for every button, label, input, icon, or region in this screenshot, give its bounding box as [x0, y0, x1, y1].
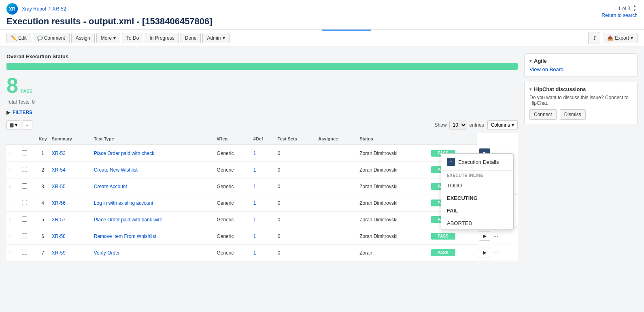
row-req[interactable]: 1 [253, 250, 256, 256]
admin-button[interactable]: Admin ▾ [202, 33, 229, 43]
drag-handle[interactable]: ⠿ [9, 234, 12, 239]
row-key[interactable]: XR-57 [52, 217, 66, 223]
entries-select[interactable]: 10 25 50 [449, 121, 467, 129]
row-summary[interactable]: Place Order paid with check [94, 151, 154, 156]
columns-button[interactable]: Columns ▾ [487, 120, 518, 130]
row-req[interactable]: 1 [253, 167, 256, 173]
row-summary[interactable]: Verify Order [94, 250, 120, 256]
overall-progress-bar [6, 63, 518, 70]
row-checkbox[interactable] [22, 200, 27, 205]
row-checkbox[interactable] [22, 150, 27, 155]
row-checkbox[interactable] [22, 216, 27, 222]
drag-handle[interactable]: ⠿ [9, 168, 12, 172]
col-test-type: Test Type [91, 133, 215, 145]
row-key[interactable]: XR-59 [52, 250, 66, 256]
more-options-button[interactable]: ··· [23, 120, 32, 130]
connect-button[interactable]: Connect [529, 109, 557, 120]
done-button[interactable]: Done [181, 33, 201, 43]
table-row: ⠿ 7 XR-59 Verify Order Generic 1 0 Zoran… [6, 244, 518, 261]
row-req[interactable]: 1 [253, 151, 256, 156]
executing-item[interactable]: EXECUTING [441, 192, 513, 204]
row-assignee: Zoran Dimitrovski [357, 195, 428, 211]
bulk-action-button[interactable]: ▦ ▾ [6, 120, 20, 130]
run-button[interactable]: ▶ [479, 248, 490, 257]
hipchat-section-header[interactable]: ▾ HipChat discussions [529, 86, 632, 92]
breadcrumb-current[interactable]: XR-52 [52, 6, 66, 12]
row-req[interactable]: 1 [253, 233, 256, 239]
drag-handle[interactable]: ⠿ [9, 151, 12, 156]
row-assignee: Zoran Dimitrovski [357, 161, 428, 178]
row-checkbox[interactable] [22, 167, 27, 172]
col-def: #Def [251, 133, 275, 145]
dismiss-button[interactable]: Dismiss [560, 109, 586, 120]
edit-button[interactable]: ✏️ Edit [6, 33, 31, 43]
row-assignee: Zoran [357, 244, 428, 261]
run-button[interactable]: ▶ [479, 231, 490, 241]
assign-button[interactable]: Assign [71, 33, 95, 43]
row-def: 0 [275, 145, 316, 161]
aborted-item[interactable]: ABORTED [441, 217, 513, 229]
drag-handle[interactable]: ⠿ [9, 218, 12, 222]
execution-details-item[interactable]: ≡ Execution Details [441, 154, 513, 170]
row-key[interactable]: XR-53 [52, 151, 66, 156]
drag-handle[interactable]: ⠿ [9, 251, 12, 255]
edit-icon: ✏️ [11, 35, 17, 41]
drag-handle[interactable]: ⠿ [9, 201, 12, 206]
row-checkbox[interactable] [22, 183, 27, 189]
row-summary[interactable]: Log in with existing account [94, 200, 153, 206]
sidebar: ▾ Agile View on Board ▾ HipChat discussi… [524, 53, 638, 304]
row-key[interactable]: XR-55 [52, 184, 66, 189]
more-button[interactable]: More ▾ [96, 33, 120, 43]
row-test-sets [316, 211, 357, 228]
export-button[interactable]: 📤 Export ▾ [603, 33, 638, 43]
row-status: PASS [431, 249, 455, 256]
filters-label: FILTERS [13, 110, 32, 115]
breadcrumb-parent[interactable]: Xray Robot [22, 6, 46, 12]
fail-label: FAIL [447, 208, 458, 214]
nav-counter: 1 of 3 ▲ ▼ Return to search [601, 4, 638, 18]
return-to-search-link[interactable]: Return to search [601, 13, 638, 18]
nav-down-button[interactable]: ▼ [632, 8, 638, 13]
row-key[interactable]: XR-58 [52, 233, 66, 239]
hipchat-chevron-icon: ▾ [529, 87, 531, 91]
more-chevron-icon: ▾ [113, 35, 116, 41]
hipchat-label: HipChat discussions [534, 86, 586, 92]
comment-button[interactable]: 💬 Comment [33, 33, 70, 43]
nav-up-button[interactable]: ▲ [632, 4, 638, 8]
row-summary[interactable]: Remove Item From Whishlist [94, 233, 156, 239]
pass-label: PASS [21, 89, 32, 93]
ellipsis-icon: ··· [26, 122, 30, 128]
row-summary[interactable]: Create New Wishlist [94, 167, 138, 173]
col-assignee: Assignee [316, 133, 357, 145]
agile-section-header[interactable]: ▾ Agile [529, 58, 632, 64]
todo-item[interactable]: TODO [441, 179, 513, 192]
execution-status-section: Overall Execution Status 8 PASS Total Te… [6, 53, 518, 105]
row-summary[interactable]: Place Order paid with bank wire [94, 217, 162, 223]
hipchat-section: ▾ HipChat discussions Do you want to dis… [524, 82, 638, 124]
executing-label: EXECUTING [447, 195, 478, 201]
row-key[interactable]: XR-54 [52, 167, 66, 173]
fail-item[interactable]: FAIL [441, 204, 513, 217]
execute-inline-label: EXECUTE INLINE [441, 170, 513, 179]
row-req[interactable]: 1 [253, 184, 256, 189]
drag-handle[interactable]: ⠿ [9, 185, 12, 189]
row-req[interactable]: 1 [253, 217, 256, 223]
row-req[interactable]: 1 [253, 200, 256, 206]
filters-toggle[interactable]: ▶ FILTERS [6, 110, 518, 115]
row-checkbox[interactable] [22, 250, 27, 255]
todo-label: TODO [447, 183, 462, 189]
view-on-board-link[interactable]: View on Board [529, 66, 563, 72]
in-progress-button[interactable]: In Progress [145, 33, 179, 43]
row-summary[interactable]: Create Account [94, 184, 127, 189]
row-key[interactable]: XR-56 [52, 200, 66, 206]
todo-button[interactable]: To Do [122, 33, 143, 43]
share-button[interactable]: ⤴ [588, 32, 600, 44]
col-req: #Req [214, 133, 251, 145]
row-def: 0 [275, 228, 316, 244]
progress-indicator [322, 30, 371, 31]
table-controls: ▦ ▾ ··· Show 10 25 50 entries [6, 120, 518, 130]
row-more-button[interactable]: ··· [492, 249, 500, 256]
row-num: 7 [36, 244, 49, 261]
row-more-button[interactable]: ··· [492, 233, 500, 239]
row-checkbox[interactable] [22, 233, 27, 238]
